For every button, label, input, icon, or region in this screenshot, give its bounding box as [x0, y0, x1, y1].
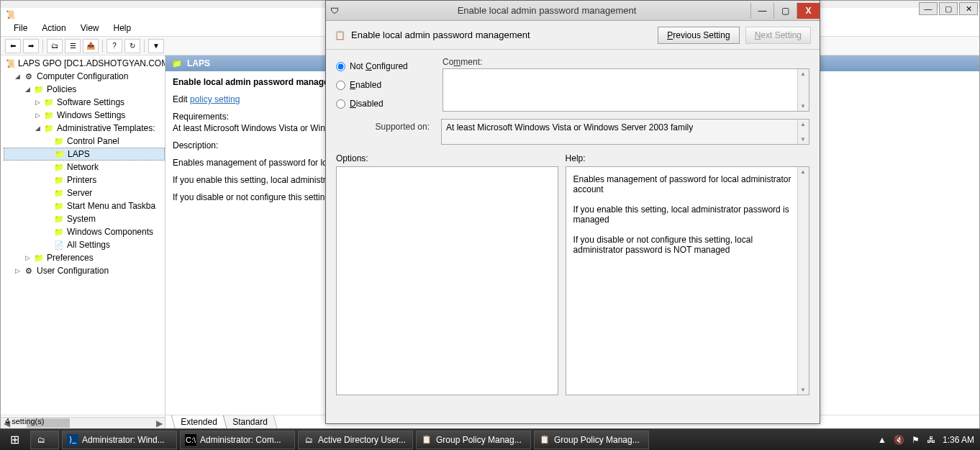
tray-clock[interactable]: 1:36 AM	[943, 435, 974, 445]
tree-item-administrative-templates[interactable]: ◢Administrative Templates:	[4, 122, 165, 135]
tree-pane[interactable]: LAPS GPO [DC1.ADSHOTGYAN.COM◢Computer Co…	[1, 55, 165, 428]
edit-policy-link[interactable]: policy setting	[190, 94, 240, 104]
tb-export-button[interactable]: 📤	[83, 39, 99, 53]
folder-icon	[53, 162, 65, 172]
tree-item-server[interactable]: Server	[4, 186, 165, 199]
menu-help[interactable]: Help	[106, 21, 139, 36]
radio-disabled[interactable]: Disabled	[336, 94, 430, 113]
folder-icon	[54, 149, 65, 159]
main-maximize-button[interactable]: ▢	[939, 2, 958, 15]
tree-expander[interactable]: ▷	[14, 267, 21, 274]
dialog-titlebar[interactable]: 🛡 Enable local admin password management…	[326, 1, 820, 21]
radio-disabled-input[interactable]	[336, 99, 345, 109]
task-gpmc-2[interactable]: 📋Group Policy Manag...	[534, 431, 649, 449]
tray-network-icon[interactable]: 🖧	[927, 435, 935, 445]
tb-filter-button[interactable]: ▼	[148, 39, 164, 53]
system-tray[interactable]: ▲ 🔇 ⚑ 🖧 1:36 AM	[878, 435, 980, 445]
tree-label: LAPS GPO [DC1.ADSHOTGYAN.COM	[18, 58, 165, 68]
supported-scrollbar[interactable]	[797, 120, 809, 144]
main-close-button[interactable]: ✕	[959, 2, 978, 15]
gear-icon	[23, 266, 35, 276]
tree-label: User Configuration	[37, 266, 109, 276]
comment-scrollbar[interactable]	[797, 69, 809, 111]
forward-button[interactable]: ➡	[23, 39, 39, 53]
sheet-icon	[53, 240, 65, 250]
dialog-close-button[interactable]: X	[797, 3, 820, 19]
tree-item-windows-components[interactable]: Windows Components	[4, 225, 165, 238]
previous-setting-button[interactable]: Previous Setting	[658, 27, 739, 44]
help-label: Help:	[566, 153, 809, 163]
radio-enabled-input[interactable]	[336, 81, 345, 90]
task-explorer[interactable]: 🗂	[30, 431, 59, 449]
comment-label: Comment:	[443, 57, 809, 67]
dialog-maximize-button[interactable]: ▢	[773, 3, 797, 19]
help-scrollbar[interactable]	[797, 167, 809, 395]
next-setting-button[interactable]: Next Setting	[745, 27, 811, 44]
powershell-icon: ⟩_	[67, 434, 78, 446]
tree-item-preferences[interactable]: ▷Preferences	[4, 251, 165, 264]
tree-item-policies[interactable]: ◢Policies	[4, 83, 165, 96]
detail-header-text: LAPS	[187, 58, 210, 68]
tree-item-laps-gpo-dc1-adshotgyan-com[interactable]: LAPS GPO [DC1.ADSHOTGYAN.COM	[4, 57, 165, 70]
comment-textarea[interactable]	[443, 68, 809, 112]
tree-item-all-settings[interactable]: All Settings	[4, 238, 165, 251]
tb-refresh-button[interactable]: ↻	[124, 39, 140, 53]
tree-label: Computer Configuration	[37, 71, 128, 81]
tb-list-button[interactable]: ☰	[65, 39, 81, 53]
tree-item-printers[interactable]: Printers	[4, 174, 165, 186]
tree-item-windows-settings[interactable]: ▷Windows Settings	[4, 109, 165, 122]
folder-icon	[43, 123, 55, 133]
tree-item-user-configuration[interactable]: ▷User Configuration	[4, 264, 165, 277]
folder-icon	[171, 58, 183, 68]
help-p3: If you disable or not configure this set…	[573, 235, 802, 255]
tree-expander[interactable]: ▷	[24, 254, 31, 261]
task-cmd[interactable]: C:\Administrator: Com...	[180, 431, 295, 449]
task-gpmc-1[interactable]: 📋Group Policy Manag...	[416, 431, 531, 449]
tree-item-start-menu-and-taskba[interactable]: Start Menu and Taskba	[4, 199, 165, 212]
tree-expander[interactable]: ◢	[24, 86, 31, 93]
radio-enabled[interactable]: Enabled	[336, 76, 430, 94]
main-minimize-button[interactable]: —	[919, 2, 938, 15]
tray-up-icon[interactable]: ▲	[878, 435, 886, 445]
tree-label: Administrative Templates:	[57, 123, 155, 133]
folder-icon	[33, 84, 45, 94]
help-box: Enables management of password for local…	[566, 166, 809, 395]
menu-view[interactable]: View	[73, 21, 106, 36]
tb-folder-button[interactable]: 🗂	[47, 39, 63, 53]
dialog-minimize-button[interactable]: —	[750, 3, 773, 19]
options-box	[336, 166, 558, 395]
menu-file[interactable]: File	[6, 21, 35, 36]
scroll-icon	[6, 58, 16, 68]
edit-prefix: Edit	[173, 94, 190, 104]
tb-help-button[interactable]: ?	[106, 39, 122, 53]
back-button[interactable]: ⬅	[5, 39, 21, 53]
radio-not-configured-input[interactable]	[336, 62, 345, 71]
tree-expander[interactable]: ▷	[34, 112, 41, 119]
tree-label: Policies	[47, 84, 76, 94]
tree-expander[interactable]: ◢	[14, 73, 21, 80]
tray-volume-icon[interactable]: 🔇	[894, 435, 904, 445]
tree-expander[interactable]: ▷	[34, 99, 41, 106]
tree-expander[interactable]: ◢	[34, 125, 41, 132]
tree-item-laps[interactable]: LAPS	[4, 148, 165, 161]
tree-label: Software Settings	[57, 97, 124, 107]
radio-not-configured[interactable]: Not Configured	[336, 57, 430, 76]
task-powershell[interactable]: ⟩_Administrator: Wind...	[62, 431, 177, 449]
tree-item-control-panel[interactable]: Control Panel	[4, 135, 165, 148]
dialog-app-icon: 🛡	[326, 6, 343, 16]
tray-flag-icon[interactable]: ⚑	[912, 435, 920, 445]
tree-item-computer-configuration[interactable]: ◢Computer Configuration	[4, 70, 165, 83]
tree-item-system[interactable]: System	[4, 212, 165, 225]
folder-icon	[53, 136, 65, 146]
cmd-icon: C:\	[185, 434, 196, 446]
tree-item-network[interactable]: Network	[4, 161, 165, 174]
task-aduc[interactable]: 🗂Active Directory User...	[298, 431, 413, 449]
dialog-header-text: Enable local admin password management	[351, 30, 652, 40]
start-button[interactable]: ⊞	[0, 429, 29, 451]
folder-icon	[53, 214, 65, 224]
tree-item-software-settings[interactable]: ▷Software Settings	[4, 96, 165, 109]
taskbar: ⊞ 🗂 ⟩_Administrator: Wind... C:\Administ…	[0, 428, 980, 450]
menu-action[interactable]: Action	[35, 21, 73, 36]
tree-label: All Settings	[67, 240, 110, 250]
tree-label: Windows Settings	[57, 110, 125, 120]
